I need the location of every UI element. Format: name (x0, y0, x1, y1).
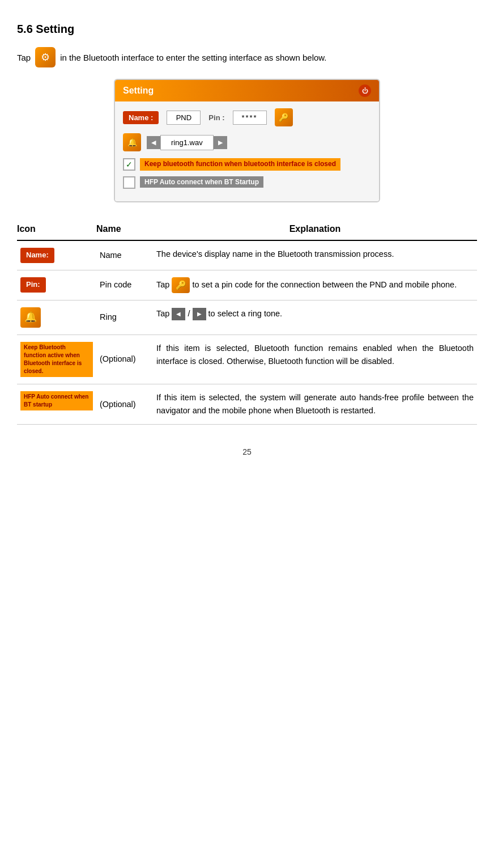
keep-bt-checkbox[interactable]: ✓ (123, 158, 135, 171)
pin-icon: Pin: (20, 277, 46, 293)
col-explanation-header: Explanation (153, 219, 477, 240)
setting-title: Setting (123, 86, 154, 96)
table-row-ring: 🔔 Ring Tap ◀ / ▶ to select a ring tone. (17, 300, 477, 335)
table-row-pin: Pin: Pin code Tap 🔑 to set a pin code fo… (17, 270, 477, 300)
setting-ui-mockup: Setting ⏻ Name : PND Pin : **** 🔑 🔔 ◀ ri… (114, 79, 380, 202)
name-icon: Name: (20, 248, 54, 263)
setting-header: Setting ⏻ (115, 80, 379, 101)
hfp-bt-label: HFP Auto connect when BT Startup (140, 176, 263, 188)
explanation-cell-hfp: If this item is selected, the system wil… (153, 384, 477, 424)
name-label: Name (100, 251, 122, 260)
keep-bt-explanation-text: If this item is selected, Bluetooth func… (156, 344, 474, 366)
setting-key-icon[interactable]: 🔑 (275, 108, 293, 126)
setting-body: Name : PND Pin : **** 🔑 🔔 ◀ ring1.wav ▶ … (115, 101, 379, 201)
ring-slash: / (188, 309, 192, 318)
icon-cell-ring: 🔔 (17, 300, 96, 335)
name-field-label: Name : (123, 111, 159, 124)
hfp-explanation-text: If this item is selected, the system wil… (156, 393, 474, 415)
table-row-hfp: HFP Auto connect when BT startup (Option… (17, 384, 477, 424)
optional1-cell: (Optional) (96, 335, 153, 384)
ring-explanation-text: to select a ring tone. (208, 309, 283, 318)
ring-next-icon: ▶ (193, 308, 206, 320)
ring-prev-icon: ◀ (172, 308, 185, 320)
hfp-bt-row: HFP Auto connect when BT Startup (123, 176, 371, 189)
intro-line: Tap ⚙ in the Bluetooth interface to ente… (17, 47, 477, 67)
name-cell: Name (96, 240, 153, 270)
tap-label-ring: Tap (156, 309, 172, 318)
setting-name-pin-row: Name : PND Pin : **** 🔑 (123, 108, 371, 126)
pin-field-label: Pin : (208, 113, 224, 122)
ring-next-button[interactable]: ▶ (214, 136, 227, 149)
col-name-header: Name (96, 219, 153, 240)
intro-suffix: in the Bluetooth interface to enter the … (60, 53, 326, 62)
ring-icon: 🔔 (20, 307, 41, 328)
explanation-table: Icon Name Explanation Name: Name The dev… (17, 219, 477, 425)
col-icon-header: Icon (17, 219, 96, 240)
page-number: 25 (17, 447, 477, 456)
pin-tap-icon: 🔑 (172, 277, 190, 293)
icon-cell-hfp: HFP Auto connect when BT startup (17, 384, 96, 424)
table-row-name: Name: Name The device's display name in … (17, 240, 477, 270)
optional2-label: (Optional) (100, 400, 136, 409)
icon-cell-pin: Pin: (17, 270, 96, 300)
optional1-label: (Optional) (100, 354, 136, 363)
tap-label-pin: Tap (156, 280, 172, 289)
pin-field-value: **** (233, 111, 267, 125)
icon-cell-keep-bt: Keep Bluetooth function active when Blue… (17, 335, 96, 384)
optional2-cell: (Optional) (96, 384, 153, 424)
page-number-text: 25 (242, 447, 252, 456)
explanation-cell-name: The device's display name in the Bluetoo… (153, 240, 477, 270)
ring-label: Ring (100, 312, 117, 321)
ring-tone-row: 🔔 ◀ ring1.wav ▶ (123, 133, 371, 151)
keep-bt-row: ✓ Keep bluetooth function when bluetooth… (123, 158, 371, 171)
power-button[interactable]: ⏻ (359, 84, 371, 97)
ring-prev-button[interactable]: ◀ (147, 136, 160, 149)
ring-filename: ring1.wav (160, 135, 214, 150)
hfp-bt-checkbox[interactable] (123, 176, 135, 189)
explanation-cell-keep-bt: If this item is selected, Bluetooth func… (153, 335, 477, 384)
bluetooth-settings-icon: ⚙ (35, 47, 56, 67)
intro-prefix: Tap (17, 53, 31, 62)
ring-bell-icon: 🔔 (123, 133, 141, 151)
ring-cell: Ring (96, 300, 153, 335)
name-field-value: PND (167, 111, 201, 125)
ring-nav: ◀ ring1.wav ▶ (147, 135, 227, 150)
explanation-cell-pin: Tap 🔑 to set a pin code for the connecti… (153, 270, 477, 300)
pin-explanation-text: to set a pin code for the connection bet… (192, 280, 457, 289)
keep-bt-option-icon: Keep Bluetooth function active when Blue… (20, 342, 93, 377)
explanation-name-text: The device's display name in the Bluetoo… (156, 249, 394, 259)
page-title: 5.6 Setting (17, 23, 477, 36)
pincode-cell: Pin code (96, 270, 153, 300)
hfp-option-icon: HFP Auto connect when BT startup (20, 391, 93, 410)
keep-bt-label: Keep bluetooth function when bluetooth i… (140, 158, 340, 171)
pincode-label: Pin code (100, 280, 131, 289)
table-row-keep-bt: Keep Bluetooth function active when Blue… (17, 335, 477, 384)
explanation-cell-ring: Tap ◀ / ▶ to select a ring tone. (153, 300, 477, 335)
icon-cell-name: Name: (17, 240, 96, 270)
